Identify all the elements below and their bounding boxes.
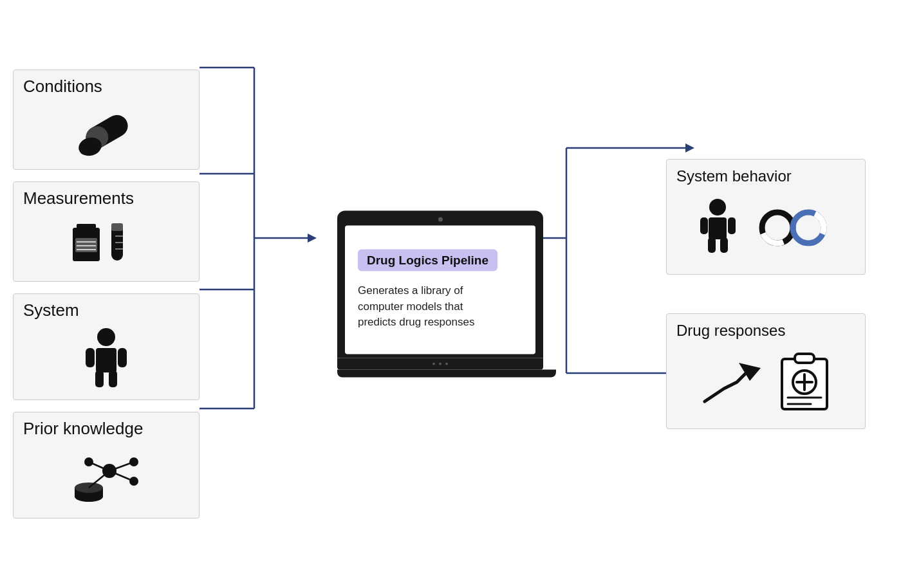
system-behavior-person-icon (697, 197, 739, 258)
system-behavior-title: System behavior (676, 167, 792, 185)
laptop-base (337, 358, 543, 370)
svg-marker-10 (685, 143, 694, 152)
measurements-title: Measurements (23, 188, 134, 208)
laptop: Drug Logics Pipeline Generates a library… (337, 211, 543, 378)
laptop-screen-outer: Drug Logics Pipeline Generates a library… (337, 211, 543, 358)
svg-rect-28 (96, 348, 116, 372)
laptop-screen: Drug Logics Pipeline Generates a library… (345, 226, 535, 354)
system-icon-container (23, 326, 189, 390)
clipboard-icon (779, 351, 830, 412)
svg-rect-49 (700, 217, 708, 234)
conditions-icon-container (23, 102, 189, 160)
measurements-box: Measurements (13, 181, 200, 282)
svg-point-46 (445, 363, 448, 365)
infinity-icon (752, 202, 835, 253)
output-boxes: System behavior (666, 159, 866, 429)
conditions-title: Conditions (23, 77, 102, 96)
svg-rect-23 (111, 223, 123, 231)
svg-point-27 (97, 328, 115, 346)
drug-responses-icons (676, 345, 855, 419)
system-behavior-box: System behavior (666, 159, 866, 275)
laptop-camera (438, 217, 443, 222)
prior-knowledge-box: Prior knowledge (13, 412, 200, 519)
svg-point-45 (439, 363, 441, 365)
lab-icon (68, 214, 145, 271)
svg-rect-31 (95, 371, 104, 387)
system-title: System (23, 300, 79, 320)
svg-rect-29 (86, 348, 95, 367)
system-behavior-icons (676, 190, 855, 264)
pills-icon (71, 102, 142, 160)
system-box: System (13, 293, 200, 400)
svg-point-47 (709, 199, 726, 216)
svg-rect-48 (709, 217, 727, 239)
drug-responses-title: Drug responses (676, 322, 785, 340)
prior-knowledge-title: Prior knowledge (23, 419, 143, 439)
network-icon (64, 444, 148, 508)
prior-knowledge-icon-container (23, 444, 189, 508)
laptop-body: Drug Logics Pipeline Generates a library… (337, 211, 543, 378)
pipeline-title-badge: Drug Logics Pipeline (358, 250, 497, 271)
svg-rect-52 (720, 237, 728, 253)
drug-responses-box: Drug responses (666, 313, 866, 429)
diagram-container: Conditions Measurements (0, 0, 901, 588)
pipeline-description: Generates a library ofcomputer models th… (358, 283, 474, 331)
measurements-icon-container (23, 214, 189, 271)
conditions-box: Conditions (13, 69, 200, 170)
input-boxes: Conditions Measurements (13, 69, 200, 519)
laptop-stand (337, 370, 556, 378)
person-icon (80, 326, 132, 390)
svg-rect-17 (77, 224, 96, 230)
trend-icon (701, 356, 766, 408)
svg-rect-32 (109, 371, 117, 387)
svg-point-44 (432, 363, 435, 365)
svg-rect-59 (795, 354, 814, 363)
svg-rect-51 (708, 237, 716, 253)
svg-rect-30 (118, 348, 127, 367)
svg-rect-50 (728, 217, 736, 234)
svg-marker-6 (308, 234, 317, 243)
